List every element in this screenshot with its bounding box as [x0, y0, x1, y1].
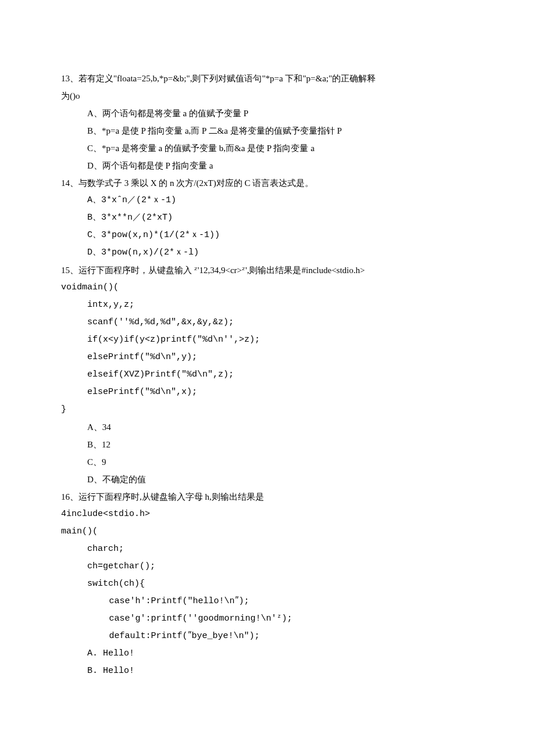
q14-option-c: C、3*pow(x,n)*(1/(2*ｘ-1)) — [61, 227, 474, 244]
q14-option-d: D、3*pow(n,x)/(2*ｘ-l) — [61, 244, 474, 261]
q16-code-2: charch; — [61, 540, 474, 558]
q16-stem: 16、运行下面程序时,从键盘输入字母 h,则输出结果是 — [61, 488, 474, 506]
q15-option-b: B、12 — [61, 436, 474, 453]
q16-code-4: switch(ch){ — [61, 575, 474, 593]
q13-stem-line1: 13、若有定义"floata=25,b,*p=&b;",则下列对赋值语句"*p=… — [61, 70, 474, 87]
q15-code-5: elseif(XVZ)Printf("%d\n",z); — [61, 366, 474, 384]
q15-stem-line2: voidmain()( — [61, 279, 474, 296]
q15-code-6: elsePrintf("%d\n",x); — [61, 384, 474, 401]
q15-option-d: D、不确定的值 — [61, 471, 474, 488]
q15-option-a: A、34 — [61, 418, 474, 436]
q13-option-a: A、两个语句都是将变量 a 的值赋予变量 P — [61, 105, 474, 122]
q16-code-3: ch=getchar(); — [61, 558, 474, 575]
q15-code-1: intx,y,z; — [61, 296, 474, 314]
q13-option-c: C、*p=a 是将变量 a 的值赋予变量 b,而&a 是使 P 指向变量 a — [61, 139, 474, 157]
q14-option-a: A、3*xˆn／(2*ｘ-1) — [61, 192, 474, 209]
q14-stem: 14、与数学式子 3 乘以 X 的 n 次方/(2xT)对应的 C 语言表达式是… — [61, 174, 474, 192]
q15-code-2: scanf(''%d,%d,%d",&x,&y,&z); — [61, 314, 474, 331]
q13-stem-line2: 为()o — [61, 87, 474, 105]
q15-code-7: } — [61, 401, 474, 418]
q16-code-6: case'g':printf(''goodmorning!\n'ᶻ); — [61, 610, 474, 628]
q16-code-0: 4include<stdio.h> — [61, 506, 474, 523]
q16-code-1: main()( — [61, 523, 474, 540]
q15-stem-line1: 15、运行下面程序时，从键盘输入 ᶻ'12,34,9<cr>ᶻ',则输出结果是#… — [61, 261, 474, 279]
q13-option-b: B、*p=a 是使 P 指向变量 a,而 P 二&a 是将变量的值赋予变量指针 … — [61, 122, 474, 139]
q15-code-4: elsePrintf("%d\n",y); — [61, 349, 474, 366]
q15-option-c: C、9 — [61, 453, 474, 471]
q16-option-a: A. Hello! — [61, 645, 474, 662]
q16-option-b: B. Hello! — [61, 662, 474, 680]
q13-option-d: D、两个语句都是使 P 指向变量 a — [61, 157, 474, 174]
q15-code-3: if(x<y)if(y<z)printf("%d\n'',>z); — [61, 331, 474, 349]
q14-option-b: B、3*x**n／(2*xT) — [61, 209, 474, 227]
q16-code-5: case'h':Printf("hello!\nʺ); — [61, 593, 474, 610]
q16-code-7: default:Printf(ʺbye_bye!\n"); — [61, 628, 474, 645]
